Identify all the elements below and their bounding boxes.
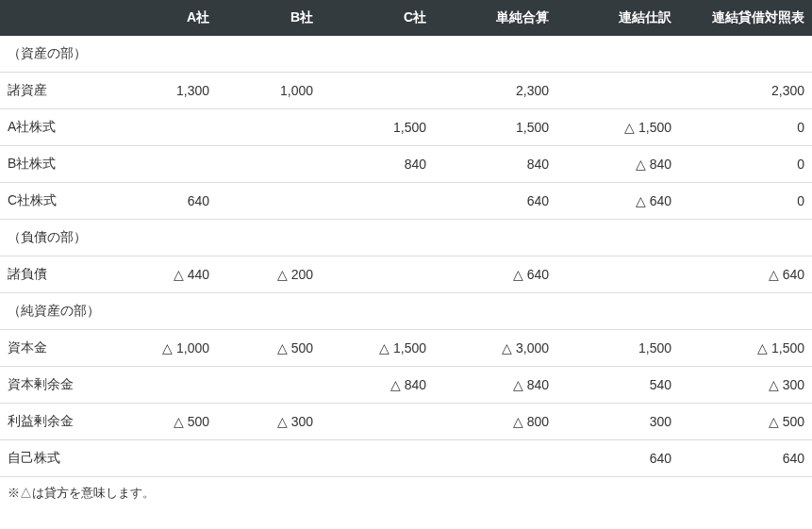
table-row: 自己株式640640 [0, 440, 812, 477]
cell-a [113, 367, 217, 404]
cell-adj: △ 640 [556, 183, 679, 220]
cell-sum: 840 [434, 146, 556, 183]
cell-b: △ 500 [217, 330, 321, 367]
cell-adj: △ 840 [556, 146, 679, 183]
cell-adj [556, 73, 679, 109]
header-blank [0, 0, 113, 36]
cell-a [113, 109, 217, 146]
section-liabilities-label: （負債の部） [0, 220, 812, 256]
cell-b: △ 300 [217, 404, 321, 440]
table-row: 利益剰余金△ 500△ 300△ 800300△ 500 [0, 404, 812, 440]
cell-a [113, 440, 217, 477]
cell-c: △ 1,500 [321, 330, 434, 367]
cell-adj: 300 [556, 404, 679, 440]
cell-sum: 640 [434, 183, 556, 220]
table-row: 資本金△ 1,000△ 500△ 1,500△ 3,0001,500△ 1,50… [0, 330, 812, 367]
row-label: 自己株式 [0, 440, 113, 477]
row-label: 資本金 [0, 330, 113, 367]
cell-cons: △ 300 [679, 367, 812, 404]
cell-c: 1,500 [321, 109, 434, 146]
cell-a: △ 500 [113, 404, 217, 440]
cell-b [217, 183, 321, 220]
cell-b: △ 200 [217, 256, 321, 293]
table-row: 資本剰余金△ 840△ 840540△ 300 [0, 367, 812, 404]
cell-b [217, 146, 321, 183]
cell-cons: 0 [679, 146, 812, 183]
section-assets: （資産の部） [0, 36, 812, 73]
cell-adj: 540 [556, 367, 679, 404]
cell-sum [434, 440, 556, 477]
cell-b [217, 367, 321, 404]
cell-a: △ 440 [113, 256, 217, 293]
cell-cons: 0 [679, 109, 812, 146]
cell-sum: 1,500 [434, 109, 556, 146]
header-b: B社 [217, 0, 321, 36]
header-a: A社 [113, 0, 217, 36]
cell-adj: △ 1,500 [556, 109, 679, 146]
cell-adj: 1,500 [556, 330, 679, 367]
cell-sum: 2,300 [434, 73, 556, 109]
cell-c: 840 [321, 146, 434, 183]
header-sum: 単純合算 [434, 0, 556, 36]
row-label: B社株式 [0, 146, 113, 183]
row-label: 諸資産 [0, 73, 113, 109]
row-label: C社株式 [0, 183, 113, 220]
cell-sum: △ 640 [434, 256, 556, 293]
header-row: A社 B社 C社 単純合算 連結仕訳 連結貸借対照表 [0, 0, 812, 36]
section-equity-label: （純資産の部） [0, 293, 812, 330]
cell-cons: △ 640 [679, 256, 812, 293]
section-liabilities: （負債の部） [0, 220, 812, 256]
header-adj: 連結仕訳 [556, 0, 679, 36]
cell-c [321, 183, 434, 220]
header-c: C社 [321, 0, 434, 36]
cell-cons: △ 1,500 [679, 330, 812, 367]
header-cons: 連結貸借対照表 [679, 0, 812, 36]
cell-cons: 640 [679, 440, 812, 477]
footnote: ※△は貸方を意味します。 [0, 477, 812, 502]
cell-b [217, 440, 321, 477]
cell-a: △ 1,000 [113, 330, 217, 367]
cell-cons: 0 [679, 183, 812, 220]
cell-sum: △ 800 [434, 404, 556, 440]
table-row: B社株式840840△ 8400 [0, 146, 812, 183]
table-row: C社株式640640△ 6400 [0, 183, 812, 220]
row-label: 諸負債 [0, 256, 113, 293]
table-row: 諸資産1,3001,0002,3002,300 [0, 73, 812, 109]
row-label: 資本剰余金 [0, 367, 113, 404]
table-row: A社株式1,5001,500△ 1,5000 [0, 109, 812, 146]
cell-c [321, 404, 434, 440]
cell-a: 640 [113, 183, 217, 220]
cell-c [321, 73, 434, 109]
cell-sum: △ 3,000 [434, 330, 556, 367]
cell-b [217, 109, 321, 146]
row-label: A社株式 [0, 109, 113, 146]
cell-sum: △ 840 [434, 367, 556, 404]
cell-a: 1,300 [113, 73, 217, 109]
cell-adj [556, 256, 679, 293]
cell-a [113, 146, 217, 183]
cell-cons: △ 500 [679, 404, 812, 440]
cell-adj: 640 [556, 440, 679, 477]
cell-b: 1,000 [217, 73, 321, 109]
cell-c [321, 256, 434, 293]
balance-sheet-table: A社 B社 C社 単純合算 連結仕訳 連結貸借対照表 （資産の部）諸資産1,30… [0, 0, 812, 477]
row-label: 利益剰余金 [0, 404, 113, 440]
cell-c [321, 440, 434, 477]
section-assets-label: （資産の部） [0, 36, 812, 73]
table-row: 諸負債△ 440△ 200△ 640△ 640 [0, 256, 812, 293]
cell-cons: 2,300 [679, 73, 812, 109]
cell-c: △ 840 [321, 367, 434, 404]
section-equity: （純資産の部） [0, 293, 812, 330]
